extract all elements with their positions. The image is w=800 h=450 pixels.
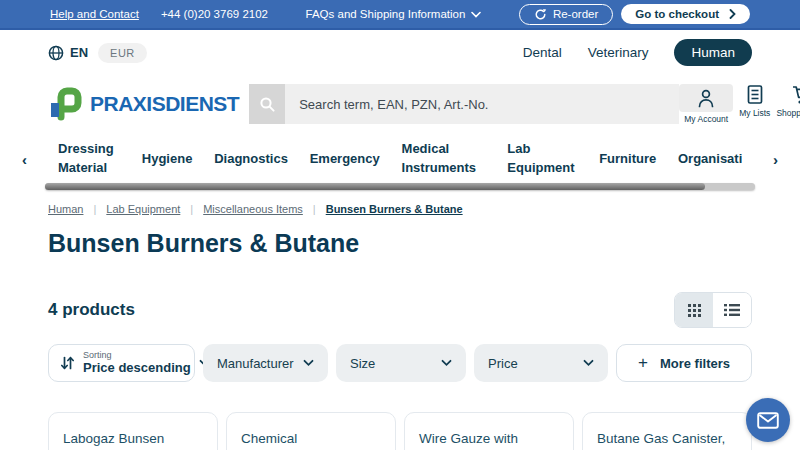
nav-scrollbar-thumb[interactable] <box>45 183 705 190</box>
locale-controls: EN EUR <box>48 43 147 63</box>
nav-item-medical-instruments[interactable]: Medical Instruments <box>402 140 486 178</box>
nav-item-diagnostics[interactable]: Diagnostics <box>214 150 288 169</box>
segment-human[interactable]: Human <box>674 39 752 66</box>
product-title-link[interactable]: Chemical Thermometer <box>241 431 322 450</box>
chevron-down-icon <box>303 359 314 367</box>
main-nav: ‹ Dressing Material Hygiene Diagnostics … <box>0 133 800 185</box>
product-grid: Labogaz Bunsen Burner Chemical Thermomet… <box>48 412 752 450</box>
product-title-link[interactable]: Wire Gauze with Ceramic Centre <box>419 431 518 450</box>
breadcrumb-link-human[interactable]: Human <box>48 203 83 215</box>
product-card[interactable]: Labogaz Bunsen Burner <box>48 412 218 450</box>
top-bar-right: Re-order Go to checkout <box>519 4 750 25</box>
sorting-value: Price descending <box>83 361 191 376</box>
my-lists-button[interactable]: My Lists <box>739 84 770 118</box>
list-header: 4 products <box>48 292 752 328</box>
price-filter-label: Price <box>488 356 518 371</box>
manufacturer-filter-dropdown[interactable]: Manufacturer <box>203 344 328 382</box>
shopping-cart-label: Shopping cart <box>776 108 800 118</box>
shopping-cart-button[interactable]: Shopping cart <box>776 84 800 118</box>
refresh-icon <box>534 8 547 21</box>
more-filters-label: More filters <box>660 356 730 371</box>
my-account-button[interactable]: My Account <box>679 84 733 124</box>
chevron-down-icon <box>441 359 452 367</box>
breadcrumb-link-miscellaneous-items[interactable]: Miscellaneous Items <box>203 203 303 215</box>
product-title-link[interactable]: Labogaz Bunsen Burner <box>63 431 164 450</box>
nav-item-emergency[interactable]: Emergency <box>310 150 380 169</box>
utility-bar: EN EUR Dental Veterinary Human <box>0 30 800 75</box>
reorder-button[interactable]: Re-order <box>519 4 613 25</box>
content: Human | Lab Equipment | Miscellaneous It… <box>0 185 800 450</box>
currency-selector[interactable]: EUR <box>98 43 147 63</box>
list-view-icon <box>724 303 740 317</box>
product-card[interactable]: Chemical Thermometer <box>226 412 396 450</box>
contact-chat-button[interactable] <box>746 398 790 442</box>
my-account-label: My Account <box>684 114 728 124</box>
size-filter-label: Size <box>350 356 375 371</box>
top-bar: Help and Contact +44 (0)20 3769 2102 FAQ… <box>0 0 800 30</box>
nav-scrollbar-track[interactable] <box>45 183 755 190</box>
breadcrumb-separator: | <box>313 203 316 215</box>
nav-item-furniture[interactable]: Furniture <box>599 150 656 169</box>
phone-number[interactable]: +44 (0)20 3769 2102 <box>161 8 268 20</box>
price-filter-dropdown[interactable]: Price <box>474 344 608 382</box>
brand-name: PRAXISDIENST <box>90 92 239 116</box>
sort-icon <box>60 355 75 371</box>
header: PRAXISDIENST My Account My Lists Shopp <box>0 75 800 133</box>
grid-view-icon <box>687 303 702 318</box>
language-selector[interactable]: EN <box>48 45 88 61</box>
nav-item-organisation[interactable]: Organisation <box>678 150 742 169</box>
search-bar <box>249 84 679 124</box>
product-card[interactable]: Wire Gauze with Ceramic Centre <box>404 412 574 450</box>
product-card[interactable]: Butane Gas Canister, 190 g <box>582 412 752 450</box>
brand-logo[interactable]: PRAXISDIENST <box>48 87 239 121</box>
page-title: Bunsen Burners & Butane <box>48 229 752 258</box>
view-toggle <box>674 292 752 328</box>
reorder-label: Re-order <box>553 8 598 20</box>
chevron-down-icon <box>471 11 481 18</box>
user-icon <box>679 84 733 112</box>
search-input[interactable] <box>285 84 679 124</box>
envelope-icon <box>757 412 779 429</box>
faq-shipping-link[interactable]: FAQs and Shipping Information <box>306 8 466 20</box>
checkout-label: Go to checkout <box>635 8 719 20</box>
header-actions: My Account My Lists Shopping cart <box>679 84 800 124</box>
breadcrumb-link-lab-equipment[interactable]: Lab Equipment <box>106 203 180 215</box>
more-filters-button[interactable]: + More filters <box>616 344 752 382</box>
chevron-down-icon <box>583 359 594 367</box>
segment-veterinary[interactable]: Veterinary <box>588 45 649 60</box>
search-button[interactable] <box>249 84 285 124</box>
product-title-link[interactable]: Butane Gas Canister, 190 g <box>597 431 725 450</box>
nav-scroll-left-button[interactable]: ‹ <box>22 151 27 168</box>
size-filter-dropdown[interactable]: Size <box>336 344 466 382</box>
nav-items: Dressing Material Hygiene Diagnostics Em… <box>58 140 742 178</box>
breadcrumb-separator: | <box>93 203 96 215</box>
plus-icon: + <box>638 353 648 373</box>
grid-view-button[interactable] <box>675 293 713 327</box>
search-icon <box>259 96 276 113</box>
globe-icon <box>48 45 64 61</box>
chevron-right-icon <box>729 9 736 19</box>
nav-item-lab-equipment[interactable]: Lab Equipment <box>507 140 577 178</box>
top-bar-left: Help and Contact +44 (0)20 3769 2102 <box>50 8 268 20</box>
language-label: EN <box>70 45 88 60</box>
nav-scroll-right-button[interactable]: › <box>773 151 778 168</box>
sorting-dropdown[interactable]: Sorting Price descending <box>48 344 195 382</box>
shop-segments: Dental Veterinary Human <box>523 39 752 66</box>
product-count: 4 products <box>48 300 135 320</box>
segment-dental[interactable]: Dental <box>523 45 562 60</box>
sorting-text: Sorting Price descending <box>83 350 191 375</box>
breadcrumb: Human | Lab Equipment | Miscellaneous It… <box>48 203 752 215</box>
manufacturer-filter-label: Manufacturer <box>217 356 294 371</box>
list-view-button[interactable] <box>713 293 751 327</box>
help-contact-link[interactable]: Help and Contact <box>50 8 139 20</box>
nav-item-hygiene[interactable]: Hygiene <box>142 150 193 169</box>
nav-item-dressing-material[interactable]: Dressing Material <box>58 140 120 178</box>
breadcrumb-current: Bunsen Burners & Butane <box>326 203 463 215</box>
list-document-icon <box>746 84 764 106</box>
praxisdienst-logo-icon <box>48 87 82 121</box>
cart-icon <box>791 84 800 106</box>
checkout-button[interactable]: Go to checkout <box>621 4 750 24</box>
top-bar-center: FAQs and Shipping Information <box>268 8 519 20</box>
my-lists-label: My Lists <box>739 108 770 118</box>
filter-bar: Sorting Price descending Manufacturer Si… <box>48 344 752 382</box>
